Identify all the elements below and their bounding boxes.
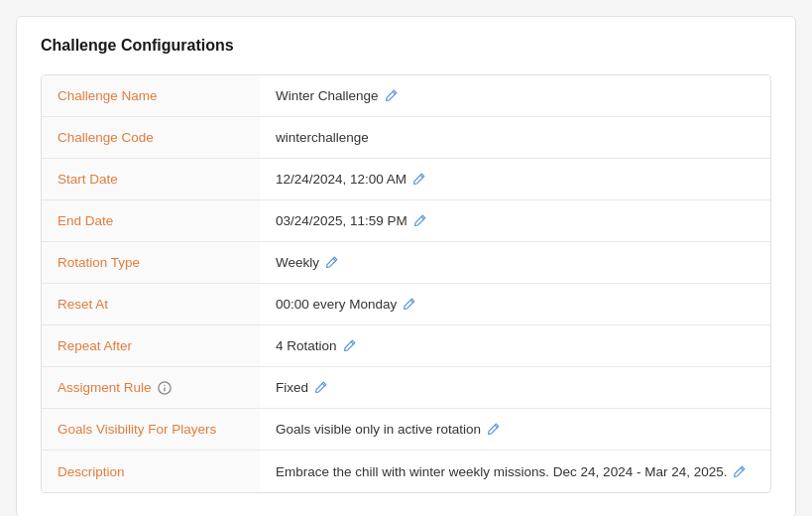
page-title: Challenge Configurations [41,37,771,55]
label-text-assignment-rule: Assigment Rule [58,380,152,395]
value-text-description: Embrace the chill with winter weekly mis… [276,464,727,479]
label-start-date: Start Date [42,159,260,199]
label-goals-visibility: Goals Visibility For Players [42,409,260,450]
label-rotation-type: Rotation Type [42,242,260,283]
pencil-icon[interactable] [413,214,426,227]
pencil-icon[interactable] [487,423,500,436]
value-text-start-date: 12/24/2024, 12:00 AM [276,172,406,187]
pencil-icon[interactable] [343,339,356,352]
table-row: Challenge NameWinter Challenge [42,75,770,117]
label-description: Description [42,451,260,492]
label-text-repeat-after: Repeat After [58,338,132,353]
value-text-end-date: 03/24/2025, 11:59 PM [276,213,407,228]
config-table: Challenge NameWinter Challenge Challenge… [41,74,771,493]
pencil-icon[interactable] [412,173,425,186]
value-text-challenge-code: winterchallenge [276,130,369,145]
label-text-rotation-type: Rotation Type [58,255,140,270]
label-text-description: Description [58,464,125,479]
value-start-date: 12/24/2024, 12:00 AM [260,162,770,196]
table-row: Challenge Codewinterchallenge [42,117,770,159]
value-assignment-rule: Fixed [260,370,770,405]
table-row: Rotation TypeWeekly [42,242,770,284]
value-text-repeat-after: 4 Rotation [276,338,337,353]
label-text-challenge-name: Challenge Name [58,88,158,103]
value-end-date: 03/24/2025, 11:59 PM [260,203,770,238]
table-row: DescriptionEmbrace the chill with winter… [42,451,770,492]
pencil-icon[interactable] [314,381,327,394]
value-challenge-code: winterchallenge [260,120,770,155]
label-assignment-rule: Assigment Rule [42,367,260,408]
table-row: Repeat After4 Rotation [42,325,770,367]
table-row: Start Date12/24/2024, 12:00 AM [42,159,770,200]
pencil-icon[interactable] [403,298,415,311]
value-text-assignment-rule: Fixed [276,380,308,395]
label-text-end-date: End Date [58,213,113,228]
label-text-reset-at: Reset At [58,297,108,312]
table-row: Reset At00:00 every Monday [42,284,770,325]
label-challenge-code: Challenge Code [42,117,260,158]
value-rotation-type: Weekly [260,245,770,280]
label-text-start-date: Start Date [58,172,118,187]
svg-rect-1 [164,387,165,391]
info-circle-icon[interactable] [158,381,172,395]
page-container: Challenge Configurations Challenge NameW… [16,16,796,516]
pencil-icon[interactable] [325,256,338,269]
value-repeat-after: 4 Rotation [260,328,770,363]
value-description: Embrace the chill with winter weekly mis… [260,454,770,489]
value-text-rotation-type: Weekly [276,255,319,270]
value-text-reset-at: 00:00 every Monday [276,297,397,312]
pencil-icon[interactable] [733,465,746,478]
table-row: Assigment Rule Fixed [42,367,770,409]
label-text-challenge-code: Challenge Code [58,130,154,145]
value-text-challenge-name: Winter Challenge [276,88,379,103]
value-goals-visibility: Goals visible only in active rotation [260,412,770,447]
pencil-icon[interactable] [385,89,398,102]
label-end-date: End Date [42,200,260,241]
value-reset-at: 00:00 every Monday [260,287,770,322]
label-reset-at: Reset At [42,284,260,324]
value-challenge-name: Winter Challenge [260,78,770,113]
table-row: Goals Visibility For PlayersGoals visibl… [42,409,770,451]
label-repeat-after: Repeat After [42,325,260,366]
value-text-goals-visibility: Goals visible only in active rotation [276,422,481,437]
label-text-goals-visibility: Goals Visibility For Players [58,422,216,437]
label-challenge-name: Challenge Name [42,75,260,116]
svg-point-2 [164,384,165,385]
table-row: End Date03/24/2025, 11:59 PM [42,200,770,242]
